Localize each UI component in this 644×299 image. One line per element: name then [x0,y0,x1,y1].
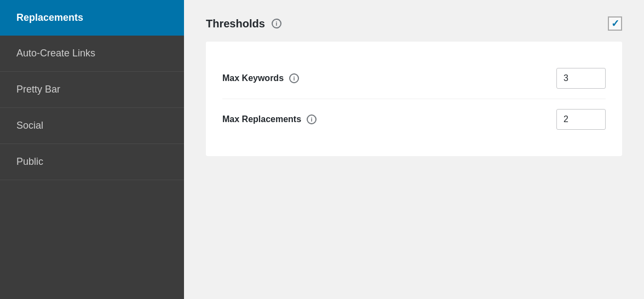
max-replacements-row: Max Replacements i [222,99,606,140]
max-keywords-row: Max Keywords i [222,58,606,99]
sidebar: Replacements Auto-Create Links Pretty Ba… [0,0,184,299]
max-keywords-label: Max Keywords i [222,73,556,83]
sidebar-item-label: Social [16,120,43,131]
sidebar-item-social[interactable]: Social [0,108,184,144]
max-keywords-input[interactable] [556,68,606,89]
max-replacements-info-icon[interactable]: i [307,114,317,124]
main-content: Thresholds i ✓ Max Keywords i Max Replac… [184,0,644,299]
thresholds-card: Max Keywords i Max Replacements i [206,42,622,156]
thresholds-info-icon[interactable]: i [272,19,281,28]
max-keywords-info-icon[interactable]: i [289,73,299,83]
sidebar-item-label: Auto-Create Links [16,48,95,59]
sidebar-item-label: Public [16,156,43,167]
checkmark-icon: ✓ [611,19,619,28]
sidebar-item-public[interactable]: Public [0,144,184,180]
sidebar-item-label: Replacements [16,12,83,23]
section-title: Thresholds [206,18,265,30]
sidebar-item-pretty-bar[interactable]: Pretty Bar [0,72,184,108]
thresholds-checkbox[interactable]: ✓ [608,16,622,31]
max-replacements-input[interactable] [556,109,606,130]
sidebar-item-auto-create-links[interactable]: Auto-Create Links [0,36,184,72]
thresholds-checkbox-container: ✓ [608,16,622,31]
section-header: Thresholds i ✓ [206,16,622,31]
max-replacements-label: Max Replacements i [222,114,556,124]
sidebar-item-label: Pretty Bar [16,84,60,95]
sidebar-item-replacements[interactable]: Replacements [0,0,184,36]
